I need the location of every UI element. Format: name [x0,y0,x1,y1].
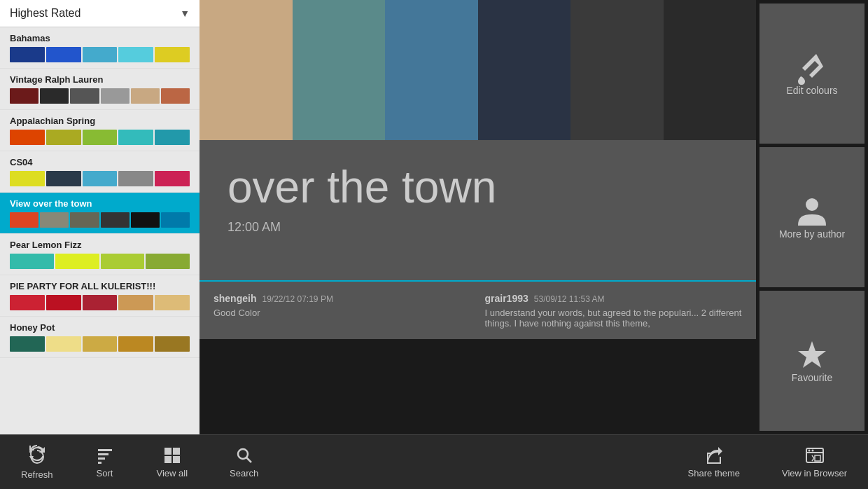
svg-point-16 [811,450,813,452]
color-swatch [161,212,190,228]
theme-name-0: Bahamas [10,33,190,43]
color-swatch [70,88,99,104]
color-swatch [118,47,153,62]
sort-button[interactable]: Sort [74,435,136,489]
color-swatches-3 [10,171,190,186]
color-swatch [10,295,45,310]
refresh-label: Refresh [21,469,53,480]
preview-color-block [200,0,293,140]
more-by-author-label: More by author [779,228,845,240]
browser-icon [805,446,825,465]
color-swatch [10,336,45,352]
color-swatch [155,130,190,145]
preview-color-block [478,0,571,140]
preview-color-block [293,0,386,140]
color-swatch [118,171,153,186]
comment-0: shengeih19/22/12 07:19 PMGood Color [214,292,471,329]
view-in-browser-button[interactable]: View in Browser [761,435,868,489]
theme-list: BahamasVintage Ralph LaurenAppalachian S… [0,27,200,358]
edit-colours-tile[interactable]: Edit colours [760,4,864,144]
color-swatches-1 [10,88,190,104]
theme-name-6: PIE PARTY FOR ALL KULERIST!!! [10,281,190,291]
svg-rect-10 [173,456,180,463]
color-swatch [101,212,130,228]
color-swatch [101,254,145,269]
theme-name-7: Honey Pot [10,322,190,333]
paint-bucket-icon [795,51,829,85]
color-swatch [10,212,38,228]
bottom-bar: Refresh Sort View all Search [0,434,868,489]
view-all-icon [162,446,182,465]
color-swatch [83,336,118,352]
color-swatch [46,130,81,145]
refresh-icon-svg [27,447,47,467]
color-swatch [40,88,69,104]
comments-area: shengeih19/22/12 07:19 PMGood Colorgrair… [200,280,756,339]
search-button[interactable]: Search [209,435,279,489]
color-swatch [10,88,38,104]
color-swatch [118,336,153,352]
theme-item-0[interactable]: Bahamas [0,27,200,69]
color-swatch [118,295,153,310]
share-icon [704,446,724,465]
theme-name-1: Vintage Ralph Lauren [10,74,190,85]
view-all-button[interactable]: View all [136,435,209,489]
sort-dropdown-label: Highest Rated [10,7,80,20]
comment-text-0: Good Color [214,308,471,318]
color-swatches-7 [10,336,190,352]
right-panel: Edit colours More by author Favourite [756,0,868,434]
refresh-button[interactable]: Refresh [0,435,74,489]
bottom-right-actions: Share theme View in Browser [667,435,868,489]
theme-item-3[interactable]: CS04 [0,151,200,193]
color-swatch [55,254,99,269]
theme-name-3: CS04 [10,157,190,167]
color-swatch [83,130,118,145]
favourite-label: Favourite [792,372,832,383]
color-swatch [70,212,99,228]
sidebar-header[interactable]: Highest Rated ▼ [0,0,200,27]
theme-item-6[interactable]: PIE PARTY FOR ALL KULERIST!!! [0,275,200,317]
theme-item-2[interactable]: Appalachian Spring [0,110,200,151]
color-swatch [10,254,54,269]
svg-line-12 [246,457,251,462]
svg-rect-3 [98,449,112,451]
color-swatch [46,171,81,186]
star-icon [795,338,829,372]
more-by-author-tile[interactable]: More by author [760,147,864,287]
color-swatch [155,47,190,62]
sort-icon [95,446,115,465]
comment-header-0: shengeih19/22/12 07:19 PM [214,292,471,305]
preview-title: over the town [227,161,728,213]
view-all-label: View all [157,468,188,478]
sidebar: Highest Rated ▼ BahamasVintage Ralph Lau… [0,0,200,434]
preview-color-block [664,0,757,140]
theme-item-1[interactable]: Vintage Ralph Lauren [0,69,200,110]
theme-name-5: Pear Lemon Fizz [10,240,190,250]
color-swatch [118,130,153,145]
color-swatch [40,212,69,228]
svg-rect-7 [164,448,172,455]
svg-marker-2 [29,456,34,460]
theme-item-5[interactable]: Pear Lemon Fizz [0,234,200,275]
theme-item-4[interactable]: View over the town [0,193,200,234]
comment-1: grair199353/09/12 11:53 AMI understand y… [485,292,743,329]
share-theme-button[interactable]: Share theme [667,435,761,489]
theme-item-7[interactable]: Honey Pot [0,317,200,358]
sort-dropdown-arrow: ▼ [180,8,190,19]
color-swatches-0 [10,47,190,62]
svg-point-0 [806,198,818,211]
sort-label: Sort [97,468,113,478]
favourite-tile[interactable]: Favourite [760,291,864,431]
preview-color-blocks [200,0,756,140]
search-label: Search [230,468,258,478]
color-swatch [146,254,190,269]
person-icon [795,195,829,228]
view-in-browser-label: View in Browser [782,468,847,478]
comment-author-1: grair1993 [485,293,528,304]
content-area: over the town 12:00 AM shengeih19/22/12 … [200,0,868,434]
search-icon [234,446,254,465]
color-swatch [10,171,45,186]
color-swatch [101,88,130,104]
preview-text-area: over the town 12:00 AM [200,140,756,280]
preview-date: 12:00 AM [227,220,728,235]
